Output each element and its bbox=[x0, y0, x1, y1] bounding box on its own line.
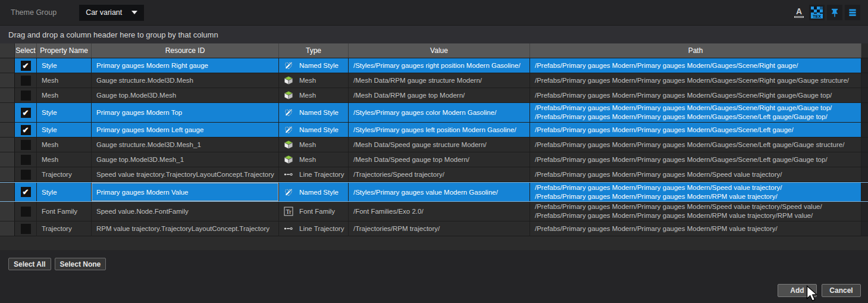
value-cell: /Styles/Primary gauges left position Mod… bbox=[349, 123, 530, 137]
path-line: /Prefabs/Primary gauges Modern/Primary g… bbox=[535, 211, 813, 220]
header-select[interactable]: Select bbox=[15, 43, 37, 58]
type-label: Named Style bbox=[299, 109, 339, 116]
selection-buttons: Select All Select None bbox=[8, 258, 106, 270]
theme-group-dropdown-value: Car variant bbox=[86, 8, 122, 17]
path-line: /Prefabs/Primary gauges Modern/Primary g… bbox=[535, 76, 849, 85]
row-checkbox[interactable]: ✔ bbox=[21, 61, 31, 71]
table-row[interactable]: ✔ Style Primary gauges Modern Right gaug… bbox=[0, 58, 868, 73]
path-line: /Prefabs/Primary gauges Modern/Primary g… bbox=[535, 104, 832, 113]
list-icon[interactable] bbox=[845, 5, 860, 20]
table-row[interactable]: ✔ Style Primary gauges Modern Left gauge… bbox=[0, 123, 868, 138]
table-row[interactable]: ✔ Mesh Gauge structure.Model3D.Mesh_1 Me… bbox=[0, 138, 868, 152]
svg-text:Tr: Tr bbox=[286, 209, 292, 215]
font-family-icon: Tr bbox=[284, 207, 293, 216]
header-type[interactable]: Type bbox=[279, 43, 349, 58]
svg-text:TEX: TEX bbox=[813, 14, 821, 18]
property-name-cell: Style bbox=[37, 183, 92, 201]
resource-id: Speed value trajectory.TrajectoryLayoutC… bbox=[96, 171, 274, 178]
resource-id: Primary gauges Modern Right gauge bbox=[96, 62, 208, 69]
row-checkbox[interactable]: ✔ bbox=[21, 187, 31, 197]
table-body: ✔ Style Primary gauges Modern Right gaug… bbox=[0, 58, 868, 236]
select-none-button[interactable]: Select None bbox=[55, 258, 106, 270]
table-header-row: Select Property Name Resource ID Type Va… bbox=[0, 43, 868, 58]
font-icon[interactable]: A bbox=[791, 5, 807, 20]
table-row[interactable]: ✔ Trajectory RPM value trajectory.Trajec… bbox=[0, 221, 868, 236]
type-cell: Line Trajectory bbox=[279, 221, 349, 236]
cancel-button[interactable]: Cancel bbox=[822, 284, 861, 297]
value-path: /Font Families/Exo 2.0/ bbox=[353, 208, 424, 215]
row-indicator-cell bbox=[0, 221, 15, 236]
resource-id-cell: Primary gauges Modern Right gauge bbox=[92, 58, 279, 73]
value-cell: /Styles/Primary gauges value Modern Gaso… bbox=[349, 183, 530, 201]
type-cell: Line Trajectory bbox=[279, 167, 349, 182]
group-by-drop-zone[interactable]: Drag and drop a column header here to gr… bbox=[0, 25, 868, 43]
property-name-cell: Trajectory bbox=[37, 167, 92, 182]
header-path[interactable]: Path bbox=[530, 43, 861, 58]
value-cell: /Mesh Data/Speed gauge top Modern/ bbox=[349, 152, 530, 167]
named-style-icon bbox=[284, 108, 293, 117]
row-checkbox[interactable]: ✔ bbox=[21, 90, 31, 101]
path-cell: /Prefabs/Primary gauges Modern/Primary g… bbox=[530, 183, 861, 201]
table-row[interactable]: ✔ Style Primary gauges Modern Top Named … bbox=[0, 103, 868, 123]
resource-id: RPM value trajectory.TrajectoryLayoutCon… bbox=[96, 225, 270, 232]
property-name: Mesh bbox=[42, 156, 58, 163]
resource-id-cell: Primary gauges Modern Top bbox=[92, 103, 279, 122]
row-checkbox[interactable]: ✔ bbox=[21, 155, 31, 165]
value-path: /Mesh Data/Speed gauge top Modern/ bbox=[353, 156, 469, 163]
row-indicator-cell bbox=[0, 73, 15, 88]
value-cell: /Mesh Data/Speed gauge structure Modern/ bbox=[349, 138, 530, 152]
resource-id: Gauge top.Model3D.Mesh bbox=[96, 92, 176, 99]
property-name: Style bbox=[42, 109, 57, 116]
value-path: /Mesh Data/RPM gauge structure Modern/ bbox=[353, 77, 482, 84]
row-edge-strip bbox=[861, 103, 868, 122]
add-button[interactable]: Add bbox=[778, 284, 817, 297]
row-edge-strip bbox=[861, 88, 868, 102]
table-row[interactable]: ✔ Font Family Speed value.Node.FontFamil… bbox=[0, 202, 868, 221]
mesh-icon bbox=[284, 155, 293, 164]
row-indicator-cell bbox=[0, 58, 15, 73]
table-empty-area bbox=[0, 236, 868, 250]
theme-group-dropdown[interactable]: Car variant bbox=[79, 5, 144, 21]
pin-icon[interactable] bbox=[827, 5, 842, 20]
select-all-button[interactable]: Select All bbox=[8, 258, 51, 270]
checkmark-icon: ✔ bbox=[23, 188, 29, 196]
path-cell: /Prefabs/Primary gauges Modern/Primary g… bbox=[530, 58, 861, 73]
value-path: /Styles/Primary gauges color Modern Gaso… bbox=[353, 109, 496, 116]
resource-id-cell: Gauge top.Model3D.Mesh_1 bbox=[92, 152, 279, 167]
path-cell: /Prefabs/Primary gauges Modern/Primary g… bbox=[530, 123, 861, 137]
theme-group-label: Theme Group bbox=[11, 8, 57, 17]
property-name: Font Family bbox=[42, 208, 77, 215]
texture-icon[interactable]: TEX bbox=[809, 5, 825, 20]
row-checkbox[interactable]: ✔ bbox=[21, 224, 31, 234]
table-row[interactable]: ✔ Mesh Gauge top.Model3D.Mesh_1 Mesh /Me… bbox=[0, 152, 868, 167]
resource-id-cell: Gauge structure.Model3D.Mesh_1 bbox=[92, 138, 279, 152]
header-resource-id[interactable]: Resource ID bbox=[92, 43, 279, 58]
table-row[interactable]: ✔ Mesh Gauge top.Model3D.Mesh Mesh /Mesh… bbox=[0, 88, 868, 103]
row-checkbox[interactable]: ✔ bbox=[21, 170, 31, 180]
header-property-name[interactable]: Property Name bbox=[37, 43, 92, 58]
row-checkbox[interactable]: ✔ bbox=[21, 140, 31, 150]
row-checkbox[interactable]: ✔ bbox=[21, 108, 31, 118]
resource-id: Primary gauges Modern Value bbox=[96, 189, 188, 196]
select-cell: ✔ bbox=[15, 138, 37, 152]
type-label: Named Style bbox=[299, 126, 339, 133]
row-checkbox[interactable]: ✔ bbox=[21, 76, 31, 86]
select-cell: ✔ bbox=[15, 103, 37, 122]
table-row[interactable]: ✔ Style Primary gauges Modern Value Name… bbox=[0, 182, 868, 202]
row-indicator-cell bbox=[0, 167, 15, 182]
property-name: Style bbox=[42, 126, 57, 133]
resource-table: Select Property Name Resource ID Type Va… bbox=[0, 43, 868, 250]
path-line: /Prefabs/Primary gauges Modern/Primary g… bbox=[535, 170, 782, 179]
table-row[interactable]: ✔ Mesh Gauge structure.Model3D.Mesh Mesh… bbox=[0, 73, 868, 88]
property-name: Mesh bbox=[42, 77, 58, 84]
row-checkbox[interactable]: ✔ bbox=[21, 207, 31, 217]
toolbar-icon-group: A TEX bbox=[791, 5, 860, 20]
value-path: /Mesh Data/Speed gauge structure Modern/ bbox=[353, 141, 487, 148]
select-cell: ✔ bbox=[15, 58, 37, 73]
resource-id-cell: RPM value trajectory.TrajectoryLayoutCon… bbox=[92, 221, 279, 236]
table-row[interactable]: ✔ Trajectory Speed value trajectory.Traj… bbox=[0, 167, 868, 182]
property-name-cell: Style bbox=[37, 103, 92, 122]
header-value[interactable]: Value bbox=[349, 43, 530, 58]
row-checkbox[interactable]: ✔ bbox=[21, 125, 31, 135]
type-cell: Mesh bbox=[279, 73, 349, 88]
